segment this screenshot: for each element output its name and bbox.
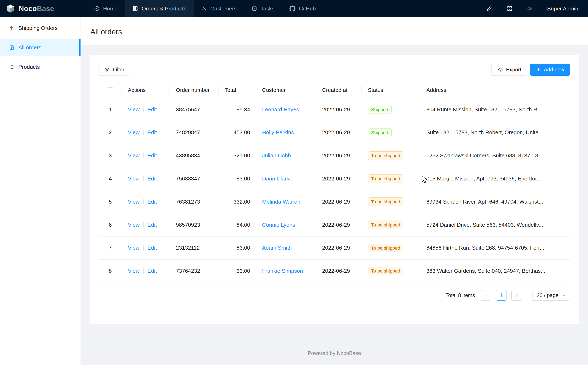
order-number-cell: 75638347 xyxy=(170,167,219,190)
action-divider xyxy=(143,268,144,274)
edit-link[interactable]: Edit xyxy=(147,106,157,113)
customers-icon xyxy=(201,6,207,11)
view-link[interactable]: View xyxy=(128,245,139,251)
view-link[interactable]: View xyxy=(128,106,139,113)
column-header-actions: Actions xyxy=(122,83,170,98)
nav-item-home[interactable]: Home xyxy=(87,0,125,17)
edit-link[interactable]: Edit xyxy=(147,222,157,228)
main-area: All orders Filter xyxy=(81,17,588,365)
customer-link[interactable]: Connie Lyons xyxy=(262,222,295,228)
home-icon xyxy=(94,6,100,11)
pagination-prev-button[interactable] xyxy=(481,290,491,301)
total-cell: 33.00 xyxy=(219,260,256,282)
action-divider xyxy=(143,130,144,135)
nav-item-label: Orders & Products xyxy=(142,6,186,12)
settings-gear-icon[interactable] xyxy=(527,6,533,11)
action-divider xyxy=(143,199,144,204)
view-link[interactable]: View xyxy=(128,152,139,159)
status-badge: Shipped xyxy=(368,105,392,114)
table-row: 6 View Edit 98570923 84.00 Connie Lyons xyxy=(99,213,570,237)
created-at-cell: 2022-06-29 xyxy=(316,121,362,144)
app-root: NocoBase Home Orders & Products Customer… xyxy=(0,0,588,365)
edit-link[interactable]: Edit xyxy=(147,175,157,182)
order-number-cell: 23132112 xyxy=(170,236,219,260)
export-button-label: Export xyxy=(506,67,521,73)
select-all-checkbox[interactable] xyxy=(107,87,113,93)
edit-link[interactable]: Edit xyxy=(147,199,157,205)
table-header-row: Actions Order number Total Customer Crea… xyxy=(99,83,570,98)
order-number-cell: 73764232 xyxy=(170,260,219,282)
sidebar-item-shipping-orders[interactable]: Shipping Orders xyxy=(0,20,80,36)
order-number-cell: 43895834 xyxy=(170,144,219,167)
export-button[interactable]: Export xyxy=(492,64,527,76)
view-link[interactable]: View xyxy=(128,199,139,205)
filter-button[interactable]: Filter xyxy=(99,64,130,76)
plugin-blocks-grid-icon[interactable] xyxy=(507,6,513,11)
created-at-cell: 2022-06-29 xyxy=(316,190,362,213)
customer-link[interactable]: Holly Perkins xyxy=(262,129,294,135)
table-row: 8 View Edit 73764232 33.00 Frankie Simp xyxy=(99,260,570,282)
page-size-select[interactable]: 20 / page xyxy=(532,290,570,301)
logo-text-primary: Noco xyxy=(19,5,37,13)
table-row: 4 View Edit 75638347 83.00 Darin Clarke xyxy=(99,167,570,190)
nav-item-tasks[interactable]: Tasks xyxy=(244,0,282,17)
user-menu[interactable]: Super Admin xyxy=(547,6,578,12)
row-index: 6 xyxy=(99,213,122,237)
nav-item-customers[interactable]: Customers xyxy=(194,0,244,17)
customer-link[interactable]: Melinda Warren xyxy=(262,199,300,205)
table-row: 7 View Edit 23132112 83.00 Adam Smith xyxy=(99,236,570,260)
nocobase-logo[interactable]: NocoBase xyxy=(0,0,81,17)
address-cell: 383 Walter Gardens, Suite 040, 24947, Be… xyxy=(421,260,570,282)
total-cell: 84.00 xyxy=(219,213,256,237)
top-menu: Home Orders & Products Customers Tasks xyxy=(87,0,486,17)
created-at-cell: 2022-06-29 xyxy=(316,236,362,260)
address-cell: 69934 Schoen River, Apt. 646, 49704, Wal… xyxy=(421,190,570,213)
address-cell: 1252 Swaniawski Corners, Suite 688, 8137… xyxy=(421,144,570,167)
footer: Powered by NocoBase xyxy=(81,343,588,365)
action-divider xyxy=(143,222,144,227)
pagination: Total 8 items 1 20 / page xyxy=(99,290,570,301)
customer-link[interactable]: Julian Cobb xyxy=(262,152,291,159)
orders-table: Actions Order number Total Customer Crea… xyxy=(99,83,570,283)
logo-text-secondary: Base xyxy=(37,5,54,13)
view-link[interactable]: View xyxy=(128,129,139,136)
action-divider xyxy=(143,107,144,112)
nav-item-github[interactable]: GitHub xyxy=(282,0,323,17)
row-index: 7 xyxy=(99,236,122,260)
view-link[interactable]: View xyxy=(128,175,139,182)
orders-products-icon xyxy=(132,6,138,11)
sidebar-item-all-orders[interactable]: All orders xyxy=(0,39,80,56)
edit-link[interactable]: Edit xyxy=(147,152,157,159)
customer-link[interactable]: Frankie Simpson xyxy=(262,268,303,274)
edit-link[interactable]: Edit xyxy=(147,268,157,274)
logo-text: NocoBase xyxy=(19,5,54,13)
nav-item-orders-products[interactable]: Orders & Products xyxy=(125,0,194,17)
row-index: 5 xyxy=(99,190,122,213)
action-divider xyxy=(143,176,144,182)
created-at-cell: 2022-06-29 xyxy=(316,213,362,237)
status-badge: To be shipped xyxy=(368,244,404,252)
sidebar-item-products[interactable]: Products xyxy=(0,59,80,75)
pagination-page-1[interactable]: 1 xyxy=(496,290,507,301)
pagination-next-button[interactable] xyxy=(511,290,522,301)
sidebar-item-label: Shipping Orders xyxy=(18,25,58,31)
ui-editor-pen-icon[interactable] xyxy=(486,6,492,11)
view-link[interactable]: View xyxy=(128,222,139,228)
customer-link[interactable]: Leonard Hayes xyxy=(262,106,299,112)
status-badge: Shipped xyxy=(368,128,392,137)
order-number-cell: 76381273 xyxy=(170,190,219,213)
customer-link[interactable]: Adam Smith xyxy=(262,245,292,251)
created-at-cell: 2022-06-29 xyxy=(316,260,362,282)
row-index: 4 xyxy=(99,167,122,190)
table-row: 1 View Edit 38475647 85.34 Leonard Haye xyxy=(99,98,570,121)
status-badge: To be shipped xyxy=(368,174,404,183)
total-cell: 85.34 xyxy=(219,98,256,121)
edit-link[interactable]: Edit xyxy=(147,129,157,136)
view-link[interactable]: View xyxy=(128,268,139,274)
page-size-value: 20 / page xyxy=(537,292,559,298)
add-new-button[interactable]: Add new xyxy=(530,64,570,76)
filter-button-label: Filter xyxy=(113,67,124,73)
created-at-cell: 2022-06-29 xyxy=(316,144,362,167)
customer-link[interactable]: Darin Clarke xyxy=(262,175,292,182)
edit-link[interactable]: Edit xyxy=(147,245,157,251)
